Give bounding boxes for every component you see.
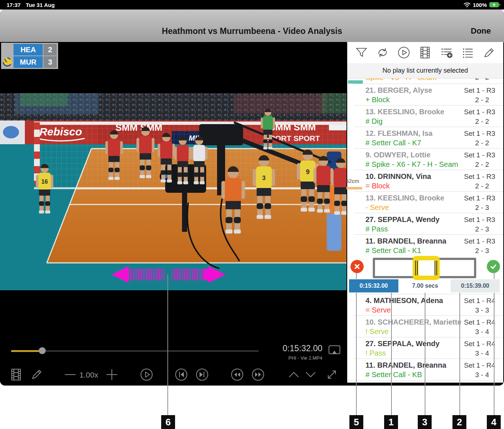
check-icon <box>490 263 497 270</box>
skip-end-icon[interactable] <box>196 368 209 381</box>
skip-start-icon[interactable] <box>175 368 188 381</box>
pip-icon[interactable] <box>328 344 341 357</box>
playlist-status: No play list currently selected <box>347 63 503 78</box>
filter-icon[interactable] <box>355 46 368 60</box>
current-time: 0:15:32.00 <box>270 344 322 353</box>
callout-number-4: 4 <box>487 415 501 429</box>
fast-forward-icon[interactable] <box>251 368 265 381</box>
page-title: Heathmont vs Murrumbeena - Video Analysi… <box>0 26 504 36</box>
video-player[interactable]: HEA 2 MUR 3 <box>0 42 346 386</box>
grip-line <box>436 261 437 275</box>
play-icon[interactable] <box>140 368 153 381</box>
player-name: 27. SEPPALA, Wendy <box>365 215 440 224</box>
action-label: ! Pass <box>365 349 386 357</box>
trim-times: 0:15:32.00 7.00 secs 0:15:39.00 <box>347 279 503 292</box>
chevron-up-icon[interactable] <box>287 368 300 381</box>
score: 2 - 3 <box>475 225 495 233</box>
panel-toolbar <box>347 42 503 63</box>
play-row[interactable]: 13. KEESLING, BrookeSet 1 - R3 - Serve2 … <box>347 191 503 213</box>
screen: 17:37 Tue 31 Aug 100% Heathmont vs Murru… <box>0 0 504 429</box>
set-round: Set 1 - R3 <box>464 130 495 138</box>
team-abbrev: HEA <box>14 44 43 55</box>
play-row[interactable]: 11. BRANDEL, BreannaSet 1 - R3 # Setter … <box>347 234 503 256</box>
set-round: Set 1 - R4 <box>464 318 495 326</box>
set-round: Set 1 - R3 <box>464 108 495 116</box>
play-row[interactable]: 10. DRINNON, VinaSet 1 - R3 = Block2 - 2 <box>347 170 503 191</box>
callout-line-5 <box>356 273 357 279</box>
film-icon[interactable] <box>10 368 23 381</box>
battery-percent: 100% <box>473 2 487 8</box>
rewind-icon[interactable] <box>231 368 244 381</box>
jersey-number: 16 <box>41 179 48 185</box>
play-row[interactable]: 13. KEESLING, BrookeSet 1 - R3 # Dig2 - … <box>347 105 503 127</box>
score: 2 - 2 <box>475 118 495 126</box>
chevron-down-icon[interactable] <box>304 368 317 381</box>
play-circle-icon[interactable] <box>397 46 411 60</box>
team-score: 3 <box>43 56 57 68</box>
trim-editor <box>347 256 503 279</box>
confirm-trim-button[interactable] <box>487 260 500 273</box>
battery-charging-icon <box>489 2 500 8</box>
fullscreen-icon[interactable] <box>325 368 338 381</box>
trim-window <box>418 260 435 276</box>
player-name: 21. BERGER, Alyse <box>365 86 432 95</box>
trim-end-time[interactable]: 0:15:39.00 <box>451 279 500 292</box>
title-bar: Heathmont vs Murrumbeena - Video Analysi… <box>0 9 504 42</box>
close-icon <box>354 263 360 270</box>
action-label: = Serve <box>365 306 391 314</box>
pencil-icon[interactable] <box>30 368 43 381</box>
plus-icon[interactable] <box>105 368 118 381</box>
cancel-trim-button[interactable] <box>350 260 364 273</box>
player-name: 11. BRANDEL, Breanna <box>365 237 446 245</box>
video-file-name: PHI - Vie 2.MP4 <box>270 355 322 361</box>
score: 3 - 4 <box>475 371 495 379</box>
seek-progress <box>11 350 42 352</box>
score: 3 - 3 <box>475 306 495 314</box>
action-label: Spike - V5 - H - Seam <box>365 78 437 82</box>
film-icon[interactable] <box>418 46 432 60</box>
callout-number-5: 5 <box>349 415 363 429</box>
trim-start-time[interactable]: 0:15:32.00 <box>349 279 398 292</box>
action-label: = Block <box>365 182 390 190</box>
callout-line-5 <box>356 293 357 416</box>
callout-number-6: 6 <box>161 415 175 429</box>
set-round: Set 1 - R3 <box>464 173 495 181</box>
team-score: 2 <box>43 44 57 55</box>
set-round: Set 1 - R4 <box>464 361 495 369</box>
play-row[interactable]: 21. BERGER, AlyseSet 1 - R3 + Block2 - 2 <box>347 84 503 105</box>
score: 3 - 4 <box>475 328 495 336</box>
done-button[interactable]: Done <box>471 26 491 36</box>
jersey-number: 3 <box>262 175 265 181</box>
date: Tue 31 Aug <box>26 2 54 8</box>
callout-number-2: 2 <box>452 415 466 429</box>
action-label: # Pass <box>365 225 388 233</box>
play-row[interactable]: 27. SEPPALA, WendySet 1 - R3 # Pass2 - 3 <box>347 213 503 234</box>
play-row-partial[interactable]: Spike - V5 - H - Seam 2 - 2 <box>347 78 503 84</box>
set-round: Set 1 - R3 <box>464 194 495 202</box>
set-round: Set 1 - R4 <box>464 297 495 305</box>
seek-handle[interactable] <box>39 347 46 354</box>
action-label: # Setter Call - K7 <box>365 139 421 147</box>
seek-bar[interactable] <box>11 350 259 352</box>
video-frame: Rebisco SMM SMM MIKASA SMM SMM SPORT SPO… <box>0 93 346 290</box>
score: 3 - 4 <box>475 349 495 357</box>
playlist-add-icon[interactable] <box>440 46 454 60</box>
action-label: + Block <box>365 96 390 104</box>
volleyball-icon <box>1 43 14 69</box>
set-round: Set 1 - R3 <box>464 216 495 224</box>
player-name: 13. KEESLING, Brooke <box>365 194 444 202</box>
pencil-icon[interactable] <box>482 46 496 60</box>
score: 2 - 2 <box>475 78 495 82</box>
sync-icon[interactable] <box>376 46 390 60</box>
list-icon[interactable] <box>461 46 475 60</box>
measure-label: 52cm <box>346 178 359 184</box>
play-row[interactable]: 12. FLESHMAN, IsaSet 1 - R3 # Setter Cal… <box>347 127 503 148</box>
wifi-icon <box>464 2 470 7</box>
score: 2 - 3 <box>475 204 495 212</box>
trim-selection-handle[interactable] <box>413 256 440 280</box>
clock: 17:37 <box>7 2 20 8</box>
action-label: # Dig <box>365 117 383 126</box>
player-name: 10. DRINNON, Vina <box>365 172 431 181</box>
score: 2 - 2 <box>475 96 495 104</box>
play-row[interactable]: 9. ODWYER, LottieSet 1 - R3 # Spike - X6… <box>347 148 503 170</box>
